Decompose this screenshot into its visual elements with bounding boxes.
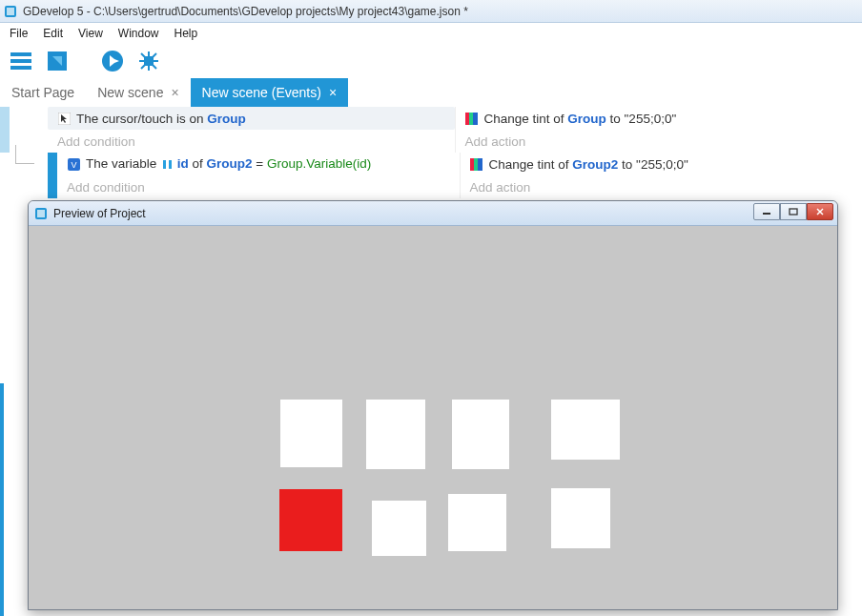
string-literal: "255;0;0" bbox=[636, 157, 688, 172]
app-title: GDevelop 5 - C:\Users\gertrud\Documents\… bbox=[23, 5, 468, 18]
condition-row[interactable]: V The variable id of Group2 = Group.Vari… bbox=[57, 153, 460, 175]
debug-icon[interactable] bbox=[135, 48, 162, 74]
variable-name: id bbox=[177, 156, 189, 171]
tint-icon bbox=[470, 157, 483, 171]
svg-rect-28 bbox=[37, 210, 45, 217]
object-ref: Group bbox=[567, 112, 606, 126]
variable-icon: V bbox=[67, 157, 80, 171]
close-icon[interactable]: × bbox=[329, 86, 337, 99]
condition-text: The cursor/touch is on bbox=[76, 112, 207, 126]
svg-rect-3 bbox=[10, 59, 31, 63]
left-strip bbox=[0, 383, 4, 616]
preview-icon[interactable] bbox=[99, 48, 126, 74]
menu-window[interactable]: Window bbox=[111, 25, 167, 42]
svg-rect-30 bbox=[790, 209, 797, 215]
string-literal: "255;0;0" bbox=[625, 112, 677, 126]
app-titlebar: GDevelop 5 - C:\Users\gertrud\Documents\… bbox=[0, 0, 862, 23]
svg-text:V: V bbox=[71, 160, 76, 170]
close-icon[interactable]: × bbox=[171, 86, 178, 99]
sprite-tile[interactable] bbox=[372, 501, 426, 556]
app-icon bbox=[34, 207, 48, 220]
svg-line-15 bbox=[153, 65, 156, 69]
object-ref: Group2 bbox=[572, 157, 618, 172]
menu-help[interactable]: Help bbox=[167, 25, 206, 42]
events-editor: The cursor/touch is on Group Add conditi… bbox=[0, 107, 862, 198]
conditions-column: V The variable id of Group2 = Group.Vari… bbox=[57, 153, 461, 198]
svg-rect-19 bbox=[465, 113, 469, 125]
action-text: to bbox=[606, 112, 625, 126]
svg-rect-2 bbox=[10, 52, 31, 56]
project-manager-icon[interactable] bbox=[8, 48, 34, 74]
minimize-button[interactable] bbox=[753, 203, 780, 220]
event-block[interactable]: V The variable id of Group2 = Group.Vari… bbox=[0, 153, 862, 198]
maximize-button[interactable] bbox=[780, 203, 807, 220]
menu-view[interactable]: View bbox=[71, 25, 111, 42]
add-condition-button[interactable]: Add condition bbox=[48, 130, 455, 153]
object-variable-icon bbox=[160, 158, 174, 172]
sprite-tile[interactable] bbox=[551, 488, 610, 548]
add-action-button[interactable]: Add action bbox=[461, 175, 863, 198]
event-indent bbox=[10, 153, 48, 198]
svg-rect-24 bbox=[470, 158, 474, 171]
expression: Group.Variable(id) bbox=[267, 156, 371, 171]
svg-line-14 bbox=[141, 53, 145, 57]
svg-rect-26 bbox=[478, 158, 482, 171]
menu-file[interactable]: File bbox=[2, 25, 35, 42]
close-button[interactable] bbox=[807, 203, 833, 220]
tab-label: New scene (Events) bbox=[202, 85, 321, 100]
action-text: Change tint of bbox=[489, 157, 573, 172]
tab-bar: Start Page New scene × New scene (Events… bbox=[0, 78, 862, 107]
event-block[interactable]: The cursor/touch is on Group Add conditi… bbox=[0, 107, 862, 153]
tab-start-page[interactable]: Start Page bbox=[0, 78, 86, 107]
tab-label: Start Page bbox=[11, 85, 74, 100]
action-text: to bbox=[618, 157, 636, 172]
operator: = bbox=[253, 156, 267, 171]
toolbar bbox=[0, 44, 862, 78]
preview-title: Preview of Project bbox=[53, 207, 146, 220]
svg-rect-1 bbox=[7, 8, 14, 15]
menu-edit[interactable]: Edit bbox=[35, 25, 71, 42]
event-gutter bbox=[48, 153, 57, 198]
action-row[interactable]: Change tint of Group to "255;0;0" bbox=[456, 107, 863, 130]
tab-new-scene-events[interactable]: New scene (Events) × bbox=[191, 78, 348, 107]
sprite-tile[interactable] bbox=[448, 494, 506, 551]
add-action-button[interactable]: Add action bbox=[456, 130, 863, 153]
condition-text: The variable bbox=[86, 156, 160, 171]
action-text: Change tint of bbox=[484, 112, 568, 126]
object-ref: Group bbox=[207, 112, 246, 126]
preview-window[interactable]: Preview of Project bbox=[28, 200, 838, 610]
svg-rect-20 bbox=[469, 113, 473, 125]
sprite-tile[interactable] bbox=[280, 400, 342, 467]
condition-row[interactable]: The cursor/touch is on Group bbox=[48, 107, 455, 130]
tab-new-scene[interactable]: New scene × bbox=[86, 78, 190, 107]
app-icon bbox=[4, 5, 17, 18]
export-icon[interactable] bbox=[44, 48, 71, 74]
object-ref: Group2 bbox=[207, 156, 253, 171]
action-row[interactable]: Change tint of Group2 to "255;0;0" bbox=[461, 153, 863, 175]
sprite-tile[interactable] bbox=[551, 400, 620, 460]
cursor-icon bbox=[57, 112, 71, 125]
actions-column: Change tint of Group to "255;0;0" Add ac… bbox=[456, 107, 863, 153]
svg-rect-9 bbox=[144, 56, 154, 66]
sprite-tile[interactable] bbox=[279, 489, 342, 551]
tint-icon bbox=[465, 112, 479, 125]
conditions-column: The cursor/touch is on Group Add conditi… bbox=[48, 107, 456, 153]
actions-column: Change tint of Group2 to "255;0;0" Add a… bbox=[461, 153, 863, 198]
preview-titlebar[interactable]: Preview of Project bbox=[29, 201, 837, 226]
svg-rect-21 bbox=[473, 113, 478, 125]
svg-line-16 bbox=[153, 53, 156, 57]
tab-label: New scene bbox=[97, 85, 163, 100]
add-condition-button[interactable]: Add condition bbox=[57, 175, 460, 198]
svg-rect-25 bbox=[474, 158, 478, 171]
svg-rect-4 bbox=[10, 66, 31, 70]
event-gutter bbox=[0, 107, 10, 153]
tree-connector-icon bbox=[15, 145, 34, 164]
sprite-tile[interactable] bbox=[452, 400, 509, 469]
menubar: File Edit View Window Help bbox=[0, 23, 862, 44]
preview-canvas[interactable] bbox=[31, 228, 835, 609]
condition-text: of bbox=[189, 156, 207, 171]
svg-rect-29 bbox=[763, 213, 770, 215]
window-buttons bbox=[753, 203, 833, 220]
sprite-tile[interactable] bbox=[366, 400, 425, 469]
svg-line-17 bbox=[141, 65, 145, 69]
